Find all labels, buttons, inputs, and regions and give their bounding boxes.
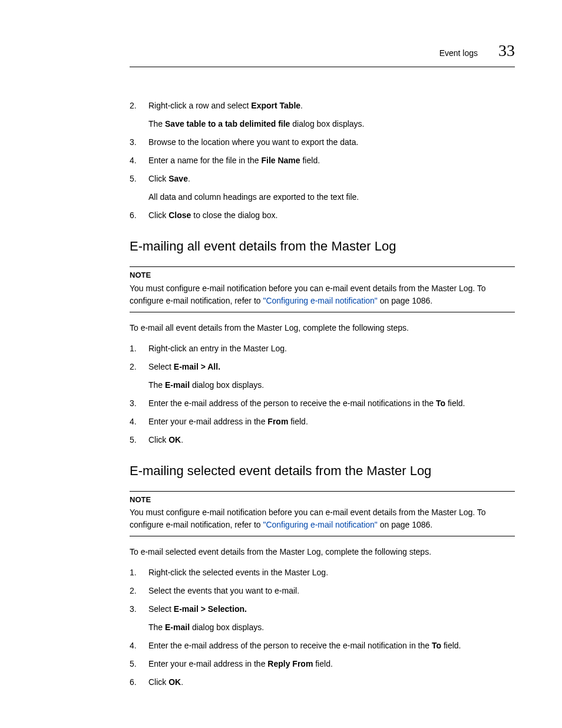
header-title: Event logs [439, 47, 478, 60]
note-block: NOTE You must configure e-mail notificat… [130, 491, 515, 537]
list-item: 4. Enter your e-mail address in the From… [130, 416, 515, 428]
list-item: 5. Click Save. All data and column headi… [130, 173, 515, 203]
item-text: Enter the e-mail address of the person t… [148, 640, 515, 652]
list-item: 5. Click OK. [130, 434, 515, 446]
section2-intro: To e-mail all event details from the Mas… [130, 322, 515, 334]
item-number: 4. [130, 640, 148, 652]
item-number: 5. [130, 173, 148, 203]
list-item: 3. Enter the e-mail address of the perso… [130, 397, 515, 410]
item-text: Select E-mail > All. The E-mail dialog b… [148, 361, 515, 391]
item-number: 6. [130, 209, 148, 222]
header-chapter-number: 33 [498, 38, 515, 63]
item-text: Click Save. All data and column headings… [148, 173, 515, 203]
section2-list: 1. Right-click an entry in the Master Lo… [130, 342, 515, 446]
item-subtext: The E-mail dialog box displays. [148, 379, 515, 391]
item-text: Select E-mail > Selection. The E-mail di… [148, 603, 515, 634]
item-number: 2. [130, 585, 148, 597]
note-body: You must configure e-mail notification b… [130, 282, 515, 312]
item-text: Select the events that you want to e-mai… [148, 585, 515, 597]
list-item: 4. Enter a name for the file in the File… [130, 154, 515, 167]
section3-heading: E-mailing selected event details from th… [130, 461, 515, 480]
note-link[interactable]: "Configuring e-mail notification" [263, 296, 377, 305]
item-number: 5. [130, 434, 148, 446]
list-item: 1. Right-click an entry in the Master Lo… [130, 342, 515, 355]
item-number: 3. [130, 136, 148, 149]
list-item: 2. Select the events that you want to e-… [130, 585, 515, 597]
list-item: 3. Select E-mail > Selection. The E-mail… [130, 603, 515, 634]
note-block: NOTE You must configure e-mail notificat… [130, 266, 515, 312]
list-item: 2. Right-click a row and select Export T… [130, 100, 515, 130]
section3-intro: To e-mail selected event details from th… [130, 546, 515, 558]
item-text: Right-click an entry in the Master Log. [148, 342, 515, 355]
list-item: 3. Browse to the location where you want… [130, 136, 515, 149]
item-text: Click OK. [148, 676, 515, 689]
item-text: Enter your e-mail address in the Reply F… [148, 658, 515, 670]
note-label: NOTE [130, 266, 515, 281]
item-subtext: The Save table to a tab delimited file d… [148, 118, 515, 130]
list-item: 5. Enter your e-mail address in the Repl… [130, 658, 515, 670]
item-text: Right-click a row and select Export Tabl… [148, 100, 515, 130]
list-item: 4. Enter the e-mail address of the perso… [130, 640, 515, 652]
item-number: 3. [130, 397, 148, 410]
item-number: 5. [130, 658, 148, 670]
note-body: You must configure e-mail notification b… [130, 506, 515, 536]
section2-heading: E-mailing all event details from the Mas… [130, 236, 515, 256]
item-text: Enter a name for the file in the File Na… [148, 154, 515, 167]
list-item: 1. Right-click the selected events in th… [130, 566, 515, 579]
item-number: 1. [130, 566, 148, 579]
item-number: 4. [130, 154, 148, 167]
item-text: Click OK. [148, 434, 515, 446]
item-text: Enter the e-mail address of the person t… [148, 397, 515, 410]
item-text: Click Close to close the dialog box. [148, 209, 515, 222]
item-text: Enter your e-mail address in the From fi… [148, 416, 515, 428]
note-label: NOTE [130, 491, 515, 506]
list-item: 6. Click Close to close the dialog box. [130, 209, 515, 222]
item-number: 4. [130, 416, 148, 428]
section3-list: 1. Right-click the selected events in th… [130, 566, 515, 689]
item-subtext: All data and column headings are exporte… [148, 191, 515, 203]
item-number: 1. [130, 342, 148, 355]
list-item: 6. Click OK. [130, 676, 515, 689]
item-text: Browse to the location where you want to… [148, 136, 515, 149]
item-subtext: The E-mail dialog box displays. [148, 621, 515, 634]
item-number: 2. [130, 361, 148, 391]
list-item: 2. Select E-mail > All. The E-mail dialo… [130, 361, 515, 391]
section1-list: 2. Right-click a row and select Export T… [130, 100, 515, 222]
item-text: Right-click the selected events in the M… [148, 566, 515, 579]
item-number: 6. [130, 676, 148, 689]
item-number: 2. [130, 100, 148, 130]
note-link[interactable]: "Configuring e-mail notification" [263, 520, 377, 529]
item-number: 3. [130, 603, 148, 634]
page-header: Event logs 33 [130, 38, 515, 67]
